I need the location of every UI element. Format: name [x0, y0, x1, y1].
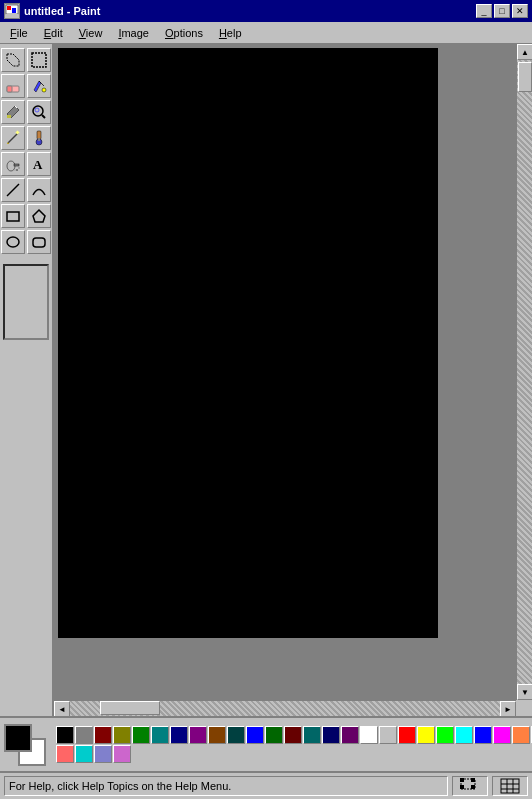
color-swatch[interactable] — [113, 726, 131, 744]
tool-free-select[interactable] — [1, 48, 25, 72]
selection-indicator — [452, 776, 488, 796]
color-swatch[interactable] — [360, 726, 378, 744]
color-swatch[interactable] — [417, 726, 435, 744]
color-swatch[interactable] — [284, 726, 302, 744]
horizontal-scrollbar[interactable]: ◄ ► — [54, 700, 516, 716]
tool-brush[interactable] — [27, 126, 51, 150]
svg-point-9 — [42, 88, 46, 92]
menu-bar: File Edit View Image Options Help — [0, 22, 532, 44]
svg-rect-22 — [14, 164, 19, 166]
color-swatch[interactable] — [151, 726, 169, 744]
maximize-button[interactable]: □ — [494, 4, 510, 18]
color-swatch[interactable] — [379, 726, 397, 744]
tool-eraser[interactable] — [1, 74, 25, 98]
svg-rect-18 — [37, 131, 41, 139]
color-swatch[interactable] — [227, 726, 245, 744]
foreground-color[interactable] — [4, 724, 32, 752]
drawing-canvas[interactable] — [58, 48, 438, 638]
toolbox: A — [0, 44, 54, 716]
color-swatch[interactable] — [322, 726, 340, 744]
color-swatch[interactable] — [208, 726, 226, 744]
color-swatch[interactable] — [56, 726, 74, 744]
tool-row-2 — [1, 74, 51, 98]
tool-row-5: A — [1, 152, 51, 176]
tool-rounded-rect[interactable] — [27, 230, 51, 254]
svg-point-25 — [14, 169, 15, 170]
tool-rect-select[interactable] — [27, 48, 51, 72]
svg-point-24 — [18, 167, 20, 169]
tool-line[interactable] — [1, 178, 25, 202]
svg-text:A: A — [33, 157, 43, 172]
svg-rect-31 — [33, 238, 45, 247]
close-button[interactable]: ✕ — [512, 4, 528, 18]
tool-row-3 — [1, 100, 51, 124]
tool-magnifier[interactable] — [27, 100, 51, 124]
color-swatch[interactable] — [75, 726, 93, 744]
svg-rect-36 — [471, 785, 475, 789]
color-swatch[interactable] — [170, 726, 188, 744]
scroll-down-button[interactable]: ▼ — [517, 684, 532, 700]
menu-view[interactable]: View — [73, 25, 109, 41]
color-swatch[interactable] — [132, 726, 150, 744]
color-swatch[interactable] — [113, 745, 131, 763]
scroll-corner — [516, 700, 532, 716]
tool-ellipse[interactable] — [1, 230, 25, 254]
color-swatch[interactable] — [493, 726, 511, 744]
minimize-button[interactable]: _ — [476, 4, 492, 18]
h-scroll-thumb[interactable] — [100, 701, 160, 715]
tool-polygon[interactable] — [27, 204, 51, 228]
scroll-right-button[interactable]: ► — [500, 701, 516, 716]
tool-row-1 — [1, 48, 51, 72]
tool-fill[interactable] — [27, 74, 51, 98]
svg-point-30 — [7, 237, 19, 247]
color-swatch[interactable] — [265, 726, 283, 744]
tool-row-6 — [1, 178, 51, 202]
window-controls: _ □ ✕ — [476, 4, 528, 18]
color-swatch[interactable] — [455, 726, 473, 744]
menu-options[interactable]: Options — [159, 25, 209, 41]
canvas-container: ▲ ▼ ◄ ► — [54, 44, 532, 716]
tool-airbrush[interactable] — [1, 152, 25, 176]
svg-point-23 — [16, 169, 18, 171]
tool-pencil[interactable] — [1, 126, 25, 150]
color-swatch[interactable] — [94, 745, 112, 763]
color-swatch[interactable] — [512, 726, 530, 744]
tool-text[interactable]: A — [27, 152, 51, 176]
h-scroll-track[interactable] — [70, 701, 500, 716]
menu-help[interactable]: Help — [213, 25, 248, 41]
svg-rect-8 — [7, 86, 12, 92]
v-scroll-thumb[interactable] — [518, 62, 532, 92]
menu-image[interactable]: Image — [112, 25, 155, 41]
tool-options — [3, 264, 49, 340]
svg-rect-4 — [12, 8, 16, 13]
color-swatch[interactable] — [303, 726, 321, 744]
scroll-left-button[interactable]: ◄ — [54, 701, 70, 716]
color-swatch[interactable] — [246, 726, 264, 744]
tool-rectangle[interactable] — [1, 204, 25, 228]
svg-rect-10 — [7, 115, 11, 118]
title-bar: untitled - Paint _ □ ✕ — [0, 0, 532, 22]
tool-row-7 — [1, 204, 51, 228]
tool-eyedropper[interactable] — [1, 100, 25, 124]
vertical-scrollbar[interactable]: ▲ ▼ — [516, 44, 532, 700]
v-scroll-track[interactable] — [517, 60, 532, 684]
tool-curve[interactable] — [27, 178, 51, 202]
svg-point-12 — [33, 106, 43, 116]
color-swatch[interactable] — [474, 726, 492, 744]
svg-marker-29 — [33, 210, 45, 222]
color-swatch[interactable] — [75, 745, 93, 763]
svg-line-13 — [42, 115, 45, 118]
menu-edit[interactable]: Edit — [38, 25, 69, 41]
color-swatch[interactable] — [398, 726, 416, 744]
color-swatch[interactable] — [56, 745, 74, 763]
svg-line-27 — [7, 184, 19, 196]
scroll-area: ▲ ▼ ◄ ► — [54, 44, 532, 716]
color-swatch[interactable] — [341, 726, 359, 744]
scroll-up-button[interactable]: ▲ — [517, 44, 532, 60]
color-swatch[interactable] — [189, 726, 207, 744]
color-swatch[interactable] — [436, 726, 454, 744]
svg-rect-28 — [7, 212, 19, 221]
color-swatch[interactable] — [94, 726, 112, 744]
svg-marker-5 — [7, 54, 19, 66]
menu-file[interactable]: File — [4, 25, 34, 41]
